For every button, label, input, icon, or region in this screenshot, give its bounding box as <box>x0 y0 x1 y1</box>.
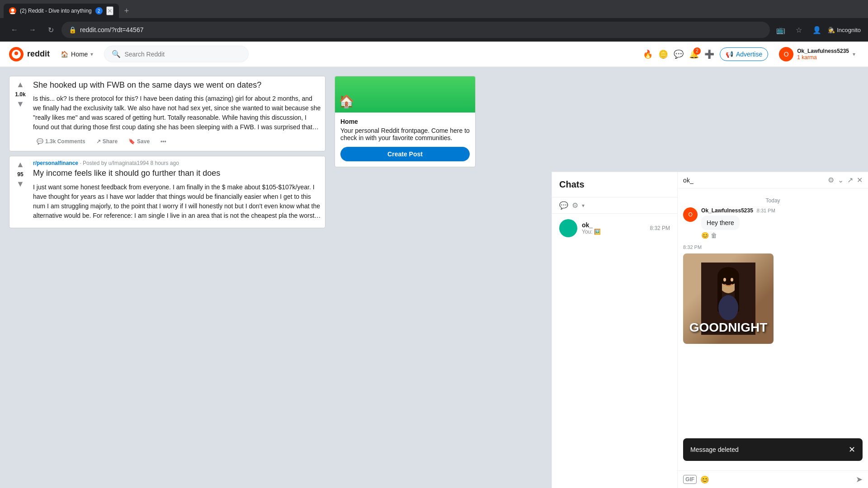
bookmark-icon[interactable]: ☆ <box>792 23 806 37</box>
downvote-button[interactable]: ▼ <box>16 99 24 109</box>
browser-chrome: (2) Reddit - Dive into anything 2 ✕ + ← … <box>0 0 868 42</box>
subreddit-link[interactable]: r/personalfinance <box>33 160 78 166</box>
message-actions: 😊 🗑 <box>701 232 863 239</box>
chat-window-header: ⚙ ⌄ ↗ ✕ <box>678 172 868 188</box>
user-avatar: O <box>779 47 793 61</box>
home-button[interactable]: 🏠 Home ▾ <box>57 49 97 60</box>
chat-list: ok_ You: 🖼️ 8:32 PM <box>552 214 677 488</box>
lock-icon: 🔒 <box>69 26 76 33</box>
chat-icon-button[interactable]: 💬 <box>674 49 684 59</box>
user-menu[interactable]: O Ok_Lawfulness5235 1 karma ▾ <box>775 45 859 63</box>
message-row: O Ok_Lawfulness5235 8:31 PM Hey there 😊 … <box>683 207 863 239</box>
tab-close-button[interactable]: ✕ <box>106 6 113 15</box>
chat-list-item[interactable]: ok_ You: 🖼️ 8:32 PM <box>552 214 677 243</box>
message-avatar: O <box>683 207 698 222</box>
chats-sidebar: Chats 💬 ⚙ ▾ ok_ You: 🖼️ 8:32 PM <box>552 172 677 488</box>
message-text: Hey there <box>701 216 740 230</box>
address-bar[interactable]: 🔒 reddit.com/?rdt=44567 <box>61 22 770 38</box>
incognito-badge: 🕵️ Incognito <box>828 27 861 33</box>
toast-close-button[interactable]: ✕ <box>849 445 855 455</box>
date-divider: Today <box>683 197 863 204</box>
post-title: She hooked up with FWB on the same days … <box>33 80 321 90</box>
message-author: Ok_Lawfulness5235 <box>701 207 753 214</box>
vote-count: 1.0k <box>15 91 25 98</box>
nav-bar: ← → ↻ 🔒 reddit.com/?rdt=44567 📺 ☆ 👤 🕵️ I… <box>0 18 868 42</box>
chat-filter-button[interactable]: ⚙ <box>572 201 578 210</box>
reddit-header: reddit 🏠 Home ▾ 🔍 🔥 🪙 💬 🔔 2 ➕ 📢 Advertis… <box>0 42 868 67</box>
notification-badge: 2 <box>693 47 701 55</box>
profile-icon[interactable]: 👤 <box>810 23 824 37</box>
post-body: I just want some honest feedback from ev… <box>33 183 321 221</box>
message-content: Ok_Lawfulness5235 8:31 PM Hey there 😊 🗑 <box>701 207 863 239</box>
vote-column: ▲ 95 ▼ <box>13 160 28 224</box>
create-post-button[interactable]: Create Post <box>340 147 470 161</box>
comments-icon: 💬 <box>37 138 43 145</box>
chat-messages: Today O Ok_Lawfulness5235 8:31 PM Hey th… <box>678 188 868 470</box>
cast-icon[interactable]: 📺 <box>774 23 788 37</box>
message-deleted-toast: Message deleted ✕ <box>683 438 863 461</box>
reddit-logo[interactable]: reddit <box>9 47 50 61</box>
home-widget-body: Home Your personal Reddit frontpage. Com… <box>335 113 475 167</box>
logo-text: reddit <box>27 49 50 59</box>
chat-avatar <box>559 219 577 237</box>
new-tab-button[interactable]: + <box>121 6 133 16</box>
post-actions: 💬 1.3k Comments ↗ Share 🔖 Save ••• <box>33 136 321 147</box>
post-content: r/personalfinance · Posted by u/Imaginat… <box>33 160 321 224</box>
emoji-button[interactable]: 😊 <box>700 475 709 484</box>
forward-button[interactable]: → <box>25 23 40 37</box>
comments-button[interactable]: 💬 1.3k Comments <box>33 136 89 147</box>
chat-info: ok_ You: 🖼️ <box>582 221 645 235</box>
refresh-button[interactable]: ↻ <box>43 23 58 37</box>
chevron-down-icon: ▾ <box>90 51 93 57</box>
chat-toolbar-icon1[interactable]: 💬 <box>559 201 568 210</box>
feed-column: ▲ 1.0k ▼ She hooked up with FWB on the s… <box>0 67 335 488</box>
advertise-button[interactable]: 📢 Advertise <box>720 47 768 61</box>
upvote-button[interactable]: ▲ <box>16 160 24 169</box>
bookmark-save-icon: 🔖 <box>128 138 135 145</box>
tab-bar: (2) Reddit - Dive into anything 2 ✕ + <box>0 0 868 18</box>
chat-input-bar: GIF 😊 ➤ <box>678 470 868 488</box>
chat-name: ok_ <box>582 221 645 229</box>
gif-button[interactable]: GIF <box>683 475 697 484</box>
home-widget-description: Your personal Reddit frontpage. Come her… <box>340 127 470 141</box>
filter-chevron: ▾ <box>582 202 585 209</box>
search-bar[interactable]: 🔍 <box>104 46 249 62</box>
karma-display: 1 karma <box>797 54 849 61</box>
gif-message-time: 8:32 PM <box>683 244 863 250</box>
emoji-reaction-button[interactable]: 😊 <box>701 232 709 239</box>
logo-icon <box>9 47 24 61</box>
tab-title: (2) Reddit - Dive into anything <box>20 8 92 14</box>
upvote-button[interactable]: ▲ <box>16 80 24 89</box>
user-info: Ok_Lawfulness5235 1 karma <box>797 48 849 61</box>
active-tab[interactable]: (2) Reddit - Dive into anything 2 ✕ <box>4 4 119 18</box>
search-input[interactable] <box>124 51 241 58</box>
chat-message-input[interactable] <box>713 476 852 483</box>
chat-search-input[interactable] <box>683 177 824 184</box>
coins-icon-button[interactable]: 🪙 <box>658 49 668 59</box>
chat-popout-icon[interactable]: ↗ <box>847 176 853 184</box>
more-options-button[interactable]: ••• <box>157 136 170 147</box>
chat-settings-icon[interactable]: ⚙ <box>828 176 834 184</box>
back-button[interactable]: ← <box>7 23 22 37</box>
popular-icon-button[interactable]: 🔥 <box>643 49 653 59</box>
delete-message-button[interactable]: 🗑 <box>711 232 717 239</box>
post-card: ▲ 1.0k ▼ She hooked up with FWB on the s… <box>9 76 326 151</box>
message-header: Ok_Lawfulness5235 8:31 PM <box>701 207 863 214</box>
chat-close-button[interactable]: ✕ <box>857 176 863 184</box>
right-sidebar: 🏠 Home Your personal Reddit frontpage. C… <box>335 67 476 488</box>
post-body: Is this... ok? Is there protocol for thi… <box>33 94 321 132</box>
chat-expand-icon[interactable]: ⌄ <box>838 176 844 184</box>
send-button[interactable]: ➤ <box>856 474 863 484</box>
notifications-button[interactable]: 🔔 2 <box>689 49 699 59</box>
svg-point-12 <box>731 278 733 282</box>
svg-point-4 <box>14 52 18 55</box>
post-card: ▲ 95 ▼ r/personalfinance · Posted by u/I… <box>9 156 326 228</box>
plus-button[interactable]: ➕ <box>704 49 714 59</box>
chats-header: Chats <box>552 172 677 197</box>
downvote-button[interactable]: ▼ <box>16 179 24 189</box>
share-button[interactable]: ↗ Share <box>93 136 121 147</box>
save-button[interactable]: 🔖 Save <box>125 136 153 147</box>
post-meta: r/personalfinance · Posted by u/Imaginat… <box>33 160 321 166</box>
poster-name: u/Imaginata1994 <box>108 160 149 166</box>
home-icon: 🏠 <box>61 51 68 58</box>
